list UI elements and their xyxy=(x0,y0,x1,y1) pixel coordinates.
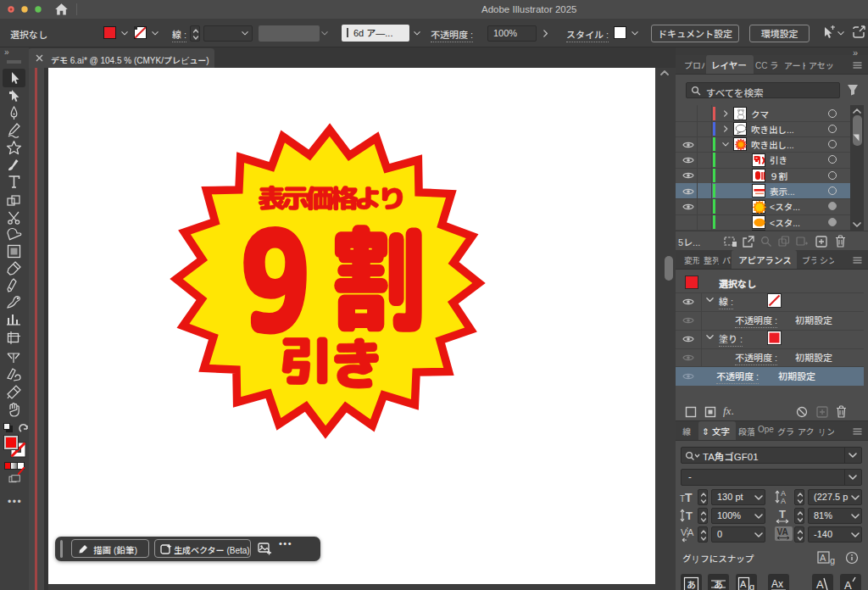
svg-text:A: A xyxy=(781,497,786,505)
svg-text:あ: あ xyxy=(687,577,696,590)
svg-text:Ax: Ax xyxy=(771,578,783,590)
svg-text:T: T xyxy=(779,508,786,520)
svg-text:g: g xyxy=(749,582,754,590)
svg-text:A: A xyxy=(687,527,694,537)
svg-text:A: A xyxy=(816,578,824,590)
svg-text:A: A xyxy=(740,579,747,589)
svg-text:VA: VA xyxy=(777,527,788,537)
svg-text:A: A xyxy=(820,553,826,563)
svg-text:V: V xyxy=(681,527,687,537)
svg-text:T: T xyxy=(686,509,693,522)
svg-text:あ: あ xyxy=(714,577,723,590)
svg-text:g: g xyxy=(830,555,835,565)
svg-text:A: A xyxy=(844,579,852,590)
